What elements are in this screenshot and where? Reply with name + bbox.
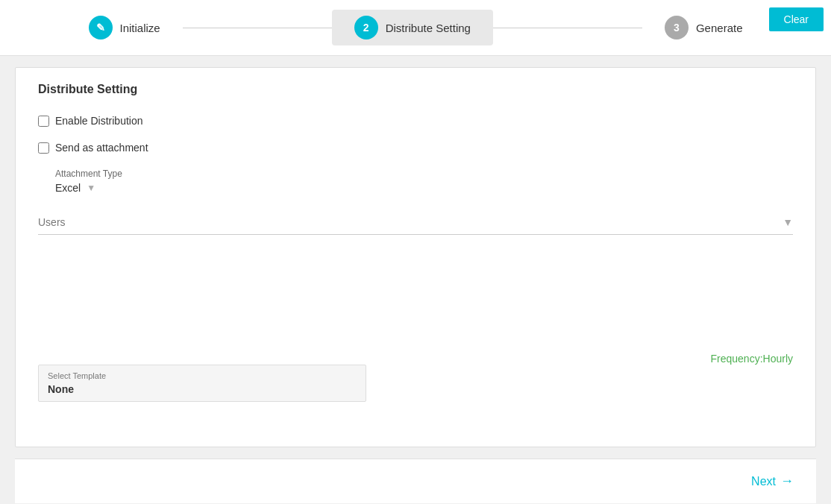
enable-distribution-row: Enable Distribution [38,115,793,127]
step-line-1 [183,28,332,28]
send-as-attachment-checkbox[interactable] [38,142,49,154]
send-as-attachment-row: Send as attachment [38,142,793,154]
enable-distribution-label: Enable Distribution [55,115,143,127]
main-content: Distribute Setting Enable Distribution S… [15,67,816,447]
next-arrow-icon: → [780,473,794,489]
stepper: ✎ Initialize 2 Distribute Setting 3 Gene… [0,10,831,45]
step3-circle: 3 [665,16,689,40]
step1-circle: ✎ [89,16,113,40]
step-initialize: ✎ Initialize [66,16,183,40]
step-line-2 [493,28,642,28]
attachment-type-label: Attachment Type [55,168,793,179]
attachment-type-dropdown[interactable]: Excel ▼ [55,182,793,194]
select-template-box[interactable]: Select Template None [38,365,366,402]
step-distribute: 2 Distribute Setting [332,10,493,45]
frequency-label: Frequency:Hourly [711,353,794,365]
users-label: Users [38,216,66,228]
step2-label: Distribute Setting [386,22,471,34]
footer: Next → [15,459,816,503]
top-bar: ✎ Initialize 2 Distribute Setting 3 Gene… [0,0,831,56]
next-label: Next [751,475,776,488]
next-button[interactable]: Next → [751,473,794,489]
select-template-label: Select Template [48,371,357,380]
attachment-type-value: Excel [55,182,81,194]
step2-circle: 2 [354,16,378,40]
chevron-down-icon: ▼ [87,183,95,193]
send-as-attachment-label: Send as attachment [55,142,148,154]
attachment-type-section: Attachment Type Excel ▼ [55,168,793,194]
step1-label: Initialize [120,22,160,34]
step-generate: 3 Generate [642,16,765,40]
step3-label: Generate [696,22,743,34]
clear-button[interactable]: Clear [769,7,824,31]
section-title: Distribute Setting [38,83,793,96]
select-template-value: None [48,383,357,395]
users-dropdown[interactable]: Users ▼ [38,216,793,235]
users-chevron-icon: ▼ [783,216,793,228]
enable-distribution-checkbox[interactable] [38,116,49,127]
